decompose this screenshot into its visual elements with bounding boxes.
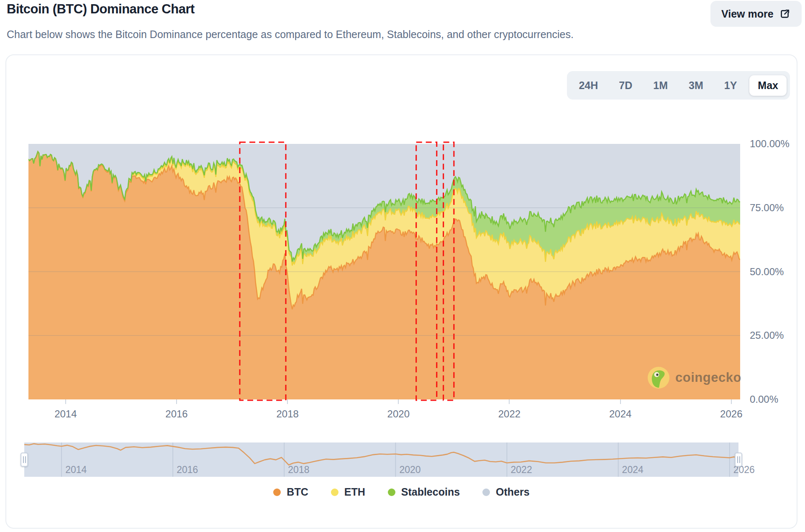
legend-item-btc[interactable]: BTC bbox=[273, 486, 308, 498]
page-title: Bitcoin (BTC) Dominance Chart bbox=[7, 2, 195, 17]
x-axis-tick bbox=[398, 399, 399, 404]
range-button-1y[interactable]: 1Y bbox=[716, 75, 746, 96]
x-axis-tick bbox=[65, 399, 66, 404]
coingecko-logo-icon bbox=[647, 366, 670, 389]
navigator-year-label: 2020 bbox=[399, 464, 420, 476]
x-axis-label: 2016 bbox=[165, 408, 187, 420]
coingecko-watermark: coingecko bbox=[647, 366, 741, 389]
range-button-1m[interactable]: 1M bbox=[645, 75, 676, 96]
navigator-year-label: 2024 bbox=[622, 464, 643, 476]
legend-dot bbox=[273, 489, 281, 496]
legend-label: BTC bbox=[287, 486, 308, 498]
legend-item-stablecoins[interactable]: Stablecoins bbox=[388, 486, 460, 498]
navigator-year-label: 2016 bbox=[177, 464, 198, 476]
range-navigator[interactable]: 2014201620182020202220242026 bbox=[24, 442, 738, 477]
legend-dot bbox=[331, 489, 338, 496]
range-button-max[interactable]: Max bbox=[749, 75, 787, 96]
x-axis-tick bbox=[620, 399, 621, 404]
external-link-icon bbox=[779, 8, 791, 20]
legend-item-eth[interactable]: ETH bbox=[331, 486, 365, 498]
navigator-left-handle[interactable] bbox=[21, 453, 28, 467]
y-axis-label: 50.00% bbox=[750, 266, 800, 278]
legend-label: Others bbox=[496, 486, 530, 498]
x-axis-label: 2024 bbox=[609, 408, 631, 420]
legend-label: Stablecoins bbox=[401, 486, 460, 498]
coingecko-wordmark: coingecko bbox=[675, 370, 741, 385]
range-button-7d[interactable]: 7D bbox=[610, 75, 641, 96]
y-axis-label: 0.00% bbox=[750, 394, 800, 405]
y-axis-label: 100.00% bbox=[750, 138, 800, 150]
x-axis-tick bbox=[287, 399, 288, 404]
chart-legend: BTCETHStablecoinsOthers bbox=[6, 486, 797, 498]
x-axis-tick bbox=[509, 399, 510, 404]
grip-icon bbox=[23, 456, 26, 463]
y-axis-label: 75.00% bbox=[750, 202, 800, 214]
time-range-selector: 24H7D1M3M1YMax bbox=[567, 71, 790, 100]
x-axis-label: 2014 bbox=[54, 408, 77, 420]
x-axis-label: 2020 bbox=[387, 408, 410, 420]
x-axis-label: 2026 bbox=[720, 408, 742, 420]
range-button-3m[interactable]: 3M bbox=[680, 75, 712, 96]
x-axis-label: 2018 bbox=[276, 408, 298, 420]
navigator-year-label: 2022 bbox=[511, 464, 532, 476]
legend-dot bbox=[388, 489, 395, 496]
navigator-year-label: 2014 bbox=[65, 464, 87, 476]
view-more-label: View more bbox=[721, 8, 774, 20]
navigator-year-label: 2018 bbox=[288, 464, 309, 476]
view-more-button[interactable]: View more bbox=[710, 1, 802, 27]
legend-item-others[interactable]: Others bbox=[482, 486, 530, 498]
grip-icon bbox=[737, 456, 740, 463]
x-axis-tick bbox=[731, 399, 732, 404]
legend-label: ETH bbox=[344, 486, 365, 498]
y-axis-label: 25.00% bbox=[750, 330, 800, 341]
dominance-chart-canvas[interactable] bbox=[28, 144, 740, 399]
range-button-24h[interactable]: 24H bbox=[570, 75, 606, 96]
x-axis-label: 2022 bbox=[498, 408, 520, 420]
chart-card: 24H7D1M3M1YMax 100.00%75.00%50.00%25.00%… bbox=[5, 54, 797, 529]
navigator-right-handle[interactable] bbox=[735, 453, 742, 467]
x-axis-tick bbox=[176, 399, 177, 404]
page-subtitle: Chart below shows the Bitcoin Dominance … bbox=[7, 28, 574, 41]
legend-dot bbox=[482, 489, 490, 496]
